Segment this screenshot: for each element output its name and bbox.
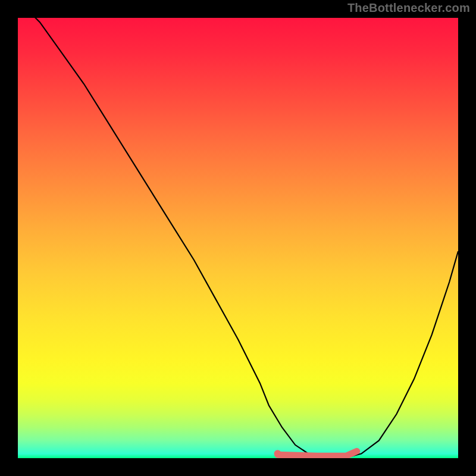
- bottleneck-curve: [18, 18, 458, 458]
- attribution-text: TheBottlenecker.com: [347, 1, 470, 15]
- curve-svg: [18, 18, 458, 458]
- plot-area: [18, 18, 458, 458]
- chart-frame: TheBottlenecker.com: [0, 0, 476, 476]
- optimal-range-marker: [278, 451, 357, 456]
